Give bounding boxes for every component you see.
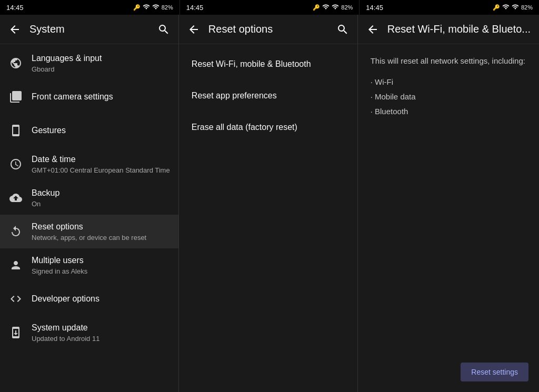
gestures-item-title: Gestures: [32, 125, 170, 136]
languages-item-text: Languages & input Gboard: [32, 53, 170, 73]
settings-item-date-time[interactable]: Date & time GMT+01:00 Central European S…: [0, 147, 178, 181]
reset-wifi-panel-title: Reset Wi-Fi, mobile & Blueto...: [387, 23, 531, 35]
system-update-item-subtitle: Updated to Android 11: [32, 335, 170, 343]
system-update-item-text: System update Updated to Android 11: [32, 323, 170, 343]
system-search-button[interactable]: [157, 23, 170, 36]
backup-item-title: Backup: [32, 188, 170, 199]
signal-icon-2: [332, 3, 339, 12]
key-icon-3: 🔑: [493, 4, 500, 11]
backup-item-text: Backup On: [32, 188, 170, 208]
settings-item-reset-options[interactable]: Reset options Network, apps, or device c…: [0, 215, 178, 248]
languages-item-title: Languages & input: [32, 53, 170, 64]
reset-wifi-panel-header: Reset Wi-Fi, mobile & Blueto...: [358, 15, 539, 44]
settings-item-backup[interactable]: Backup On: [0, 181, 178, 215]
system-update-icon: [8, 325, 23, 340]
status-icons-1: 🔑 82%: [133, 3, 173, 12]
wifi-icon-1: [143, 3, 150, 12]
person-icon: [8, 258, 23, 273]
status-icons-2: 🔑 82%: [313, 3, 353, 12]
main-content: System Languages & input Gboard: [0, 15, 539, 392]
bluetooth-list-item: · Bluetooth: [371, 105, 526, 118]
signal-icon-1: [152, 3, 159, 12]
wifi-list-item: · Wi-Fi: [371, 76, 526, 88]
reset-options-panel: Reset options Reset Wi-Fi, mobile & Blue…: [179, 15, 358, 392]
signal-icon-3: [512, 3, 519, 12]
reset-app-preferences-option[interactable]: Reset app preferences: [179, 80, 357, 112]
gestures-item-text: Gestures: [32, 125, 170, 136]
reset-settings-button[interactable]: Reset settings: [461, 363, 528, 381]
reset-wifi-back-button[interactable]: [366, 23, 379, 36]
clock-icon: [8, 157, 23, 172]
camera-icon: [8, 89, 23, 104]
reset-wifi-info-text: This will reset all network settings, in…: [371, 55, 526, 67]
battery-text-2: 82%: [341, 4, 353, 11]
erase-all-data-option-label: Erase all data (factory reset): [192, 123, 297, 132]
settings-item-system-update[interactable]: System update Updated to Android 11: [0, 316, 178, 349]
system-back-button[interactable]: [8, 23, 21, 36]
multiple-users-item-subtitle: Signed in as Aleks: [32, 267, 170, 275]
reset-app-preferences-option-label: Reset app preferences: [192, 91, 277, 100]
key-icon-1: 🔑: [133, 4, 141, 11]
front-camera-item-text: Front camera settings: [32, 92, 170, 103]
system-update-item-title: System update: [32, 323, 170, 334]
reset-options-item-subtitle: Network, apps, or device can be reset: [32, 234, 170, 242]
battery-text-3: 82%: [521, 4, 533, 11]
reset-wifi-option[interactable]: Reset Wi-Fi, mobile & Bluetooth: [179, 48, 357, 80]
multiple-users-item-text: Multiple users Signed in as Aleks: [32, 255, 170, 275]
system-panel-title: System: [29, 23, 149, 35]
developer-item-text: Developer options: [32, 294, 170, 305]
developer-item-title: Developer options: [32, 294, 170, 305]
status-panel-2: 14:45 🔑 82%: [180, 0, 360, 15]
reset-wifi-panel: Reset Wi-Fi, mobile & Blueto... This wil…: [358, 15, 539, 392]
status-time-2: 14:45: [186, 4, 204, 12]
battery-text-1: 82%: [162, 4, 173, 11]
mobile-data-list-item: · Mobile data: [371, 91, 526, 103]
date-time-item-subtitle: GMT+01:00 Central European Standard Time: [32, 166, 170, 174]
globe-icon: [8, 56, 23, 71]
date-time-item-text: Date & time GMT+01:00 Central European S…: [32, 154, 170, 174]
reset-wifi-option-label: Reset Wi-Fi, mobile & Bluetooth: [192, 59, 311, 69]
front-camera-item-title: Front camera settings: [32, 92, 170, 103]
settings-item-developer[interactable]: Developer options: [0, 282, 178, 316]
status-time-1: 14:45: [6, 4, 24, 12]
reset-options-panel-title: Reset options: [208, 23, 328, 35]
reset-wifi-info-content: This will reset all network settings, in…: [358, 44, 539, 392]
reset-options-item-text: Reset options Network, apps, or device c…: [32, 222, 170, 242]
status-panel-3: 14:45 🔑 82%: [360, 0, 539, 15]
backup-item-subtitle: On: [32, 200, 170, 208]
reset-options-back-button[interactable]: [187, 23, 200, 36]
status-time-3: 14:45: [366, 4, 383, 12]
status-icons-3: 🔑 82%: [493, 3, 533, 12]
reset-options-item-title: Reset options: [32, 222, 170, 233]
status-panel-1: 14:45 🔑 82%: [0, 0, 180, 15]
reset-wifi-panel-container: Reset Wi-Fi, mobile & Blueto... This wil…: [358, 15, 539, 392]
reset-options-search-button[interactable]: [336, 23, 349, 36]
code-icon: [8, 292, 23, 306]
reset-options-list: Reset Wi-Fi, mobile & Bluetooth Reset ap…: [179, 44, 357, 392]
status-bar: 14:45 🔑 82% 14:45 🔑 82% 14:45 �: [0, 0, 539, 15]
date-time-item-title: Date & time: [32, 154, 170, 165]
settings-item-languages[interactable]: Languages & input Gboard: [0, 46, 178, 80]
reset-icon: [8, 224, 23, 239]
settings-item-gestures[interactable]: Gestures: [0, 114, 178, 147]
system-settings-list: Languages & input Gboard Front camera se…: [0, 44, 178, 392]
languages-item-subtitle: Gboard: [32, 65, 170, 73]
multiple-users-item-title: Multiple users: [32, 255, 170, 266]
erase-all-data-option[interactable]: Erase all data (factory reset): [179, 112, 357, 143]
system-panel: System Languages & input Gboard: [0, 15, 179, 392]
gestures-icon: [8, 123, 23, 138]
settings-item-multiple-users[interactable]: Multiple users Signed in as Aleks: [0, 248, 178, 282]
wifi-icon-3: [502, 3, 510, 12]
wifi-icon-2: [322, 3, 330, 12]
reset-options-panel-header: Reset options: [179, 15, 357, 44]
system-panel-header: System: [0, 15, 178, 44]
reset-wifi-list: · Wi-Fi · Mobile data · Bluetooth: [371, 76, 526, 118]
settings-item-front-camera[interactable]: Front camera settings: [0, 80, 178, 114]
cloud-upload-icon: [8, 190, 23, 205]
key-icon-2: 🔑: [313, 4, 320, 11]
